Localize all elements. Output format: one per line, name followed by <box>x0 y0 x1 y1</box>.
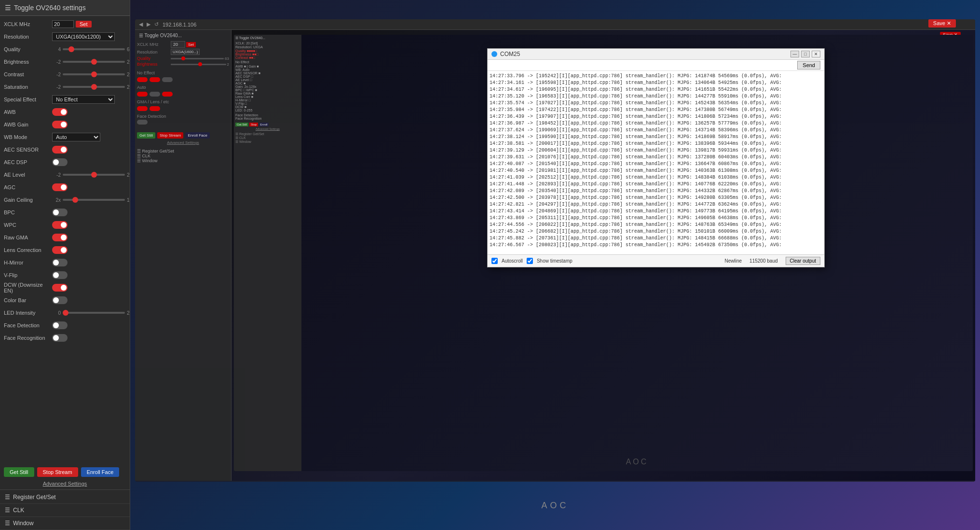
nav-back-icon[interactable]: ◀ <box>139 21 143 28</box>
ae-level-max: 2 <box>127 172 130 178</box>
resolution-control: UXGA(1600x1200) SXGA(1280x1024) HD(1280x… <box>52 32 126 41</box>
awb-control <box>52 108 126 116</box>
dcw-label: DCW (Downsize EN) <box>4 282 52 293</box>
wb-mode-select[interactable]: Auto Sunny Cloudy <box>52 133 100 141</box>
serial-line: 14:27:37.624 -> [199069][I][app_httpd.cp… <box>490 127 822 134</box>
saturation-slider-container: -2 2 <box>52 84 130 90</box>
lens-correction-toggle[interactable] <box>52 246 68 254</box>
face-detection-toggle[interactable] <box>52 321 68 329</box>
colorbar-toggle[interactable] <box>52 296 68 304</box>
baud-label: 115200 baud <box>749 258 777 264</box>
send-button[interactable]: Send <box>797 61 820 70</box>
agc-toggle[interactable] <box>52 183 68 191</box>
contrast-slider[interactable] <box>63 73 125 75</box>
autoscroll-checkbox[interactable] <box>491 258 498 264</box>
xclk-input[interactable] <box>52 20 74 28</box>
face-recognition-control <box>52 334 126 342</box>
action-buttons: Get Still Stop Stream Enroll Face <box>0 463 130 479</box>
xclk-set-button[interactable]: Set <box>76 21 92 28</box>
serial-line: 14:27:35.574 -> [197027][I][app_httpd.cp… <box>490 100 822 107</box>
serial-content[interactable]: 14:27:33.796 -> [195242][I][app_httpd.cp… <box>488 71 824 254</box>
refresh-icon[interactable]: ↺ <box>154 21 159 28</box>
serial-line: 14:27:42.821 -> [204297][I][app_httpd.cp… <box>490 201 822 208</box>
content-area: ◀ ▶ ↺ 192.168.1.106 ☰ Toggle OV2640... X… <box>130 0 980 530</box>
menu-icon: ☰ <box>5 4 11 12</box>
agc-row: AGC <box>4 182 126 193</box>
xclk-control: Set <box>52 20 126 28</box>
clear-output-button[interactable]: Clear output <box>786 257 820 265</box>
aec-sensor-label: AEC SENSOR <box>4 147 52 153</box>
face-recognition-label: Face Recognition <box>4 335 52 341</box>
awb-gain-row: AWB Gain <box>4 119 126 130</box>
quality-label: Quality <box>4 46 52 52</box>
ae-level-slider[interactable] <box>63 174 125 176</box>
wpc-row: WPC <box>4 220 126 230</box>
vflip-control <box>52 271 126 279</box>
led-intensity-max: 255 <box>127 310 130 316</box>
save-button[interactable]: Save ✕ <box>928 19 956 28</box>
dcw-toggle[interactable] <box>52 284 68 292</box>
led-intensity-slider[interactable] <box>63 312 125 314</box>
minimize-button[interactable]: — <box>790 51 799 57</box>
close-button[interactable]: ✕ <box>812 51 820 57</box>
face-recognition-toggle[interactable] <box>52 334 68 342</box>
led-intensity-row: LED Intensity 0 255 <box>4 307 126 318</box>
awb-toggle[interactable] <box>52 108 68 116</box>
send-area: Send <box>488 60 824 71</box>
brightness-slider[interactable] <box>63 61 125 63</box>
quality-row: Quality 4 63 <box>4 44 126 55</box>
contrast-row: Contrast -2 2 <box>4 69 126 80</box>
sidebar-item-clk[interactable]: ☰ CLK <box>0 504 130 517</box>
special-effect-select[interactable]: No Effect Negative Grayscale Red Tint <box>52 95 115 104</box>
get-still-button[interactable]: Get Still <box>4 467 34 477</box>
brightness-slider-container: -2 2 <box>52 59 130 65</box>
aec-dsp-toggle[interactable] <box>52 158 68 166</box>
advanced-settings-link[interactable]: Advanced Settings <box>0 479 130 488</box>
wpc-toggle[interactable] <box>52 221 68 229</box>
serial-title-text: COM25 <box>500 51 520 57</box>
sidebar-item-register[interactable]: ☰ Register Get/Set <box>0 491 130 504</box>
resolution-label: Resolution <box>4 34 52 40</box>
contrast-label: Contrast <box>4 71 52 77</box>
serial-title: COM25 <box>491 51 520 57</box>
menu-icon-window: ☰ <box>5 520 10 527</box>
vflip-toggle[interactable] <box>52 271 68 279</box>
nav-forward-icon[interactable]: ▶ <box>147 21 150 28</box>
menu-icon-register: ☰ <box>5 494 10 501</box>
contrast-slider-container: -2 2 <box>52 72 130 77</box>
saturation-max: 2 <box>127 84 130 90</box>
agc-control <box>52 183 126 191</box>
hmirror-toggle[interactable] <box>52 259 68 266</box>
saturation-min: -2 <box>52 84 61 90</box>
bpc-label: BPC <box>4 209 52 215</box>
dcw-row: DCW (Downsize EN) <box>4 282 126 293</box>
serial-line: 14:27:41.448 -> [202893][I][app_httpd.cp… <box>490 181 822 188</box>
colorbar-control <box>52 296 126 304</box>
gain-ceiling-slider[interactable] <box>63 199 125 201</box>
wpc-label: WPC <box>4 222 52 228</box>
saturation-slider[interactable] <box>63 86 125 88</box>
raw-gma-toggle[interactable] <box>52 234 68 241</box>
serial-line: 14:27:42.089 -> [203540][I][app_httpd.cp… <box>490 188 822 195</box>
maximize-button[interactable]: □ <box>801 51 810 57</box>
xclk-label: XCLK MHz <box>4 21 52 27</box>
ae-level-row: AE Level -2 2 <box>4 169 126 180</box>
serial-line: 14:27:40.540 -> [201981][I][app_httpd.cp… <box>490 167 822 174</box>
ae-level-min: -2 <box>52 172 61 178</box>
awb-gain-toggle[interactable] <box>52 121 68 128</box>
bpc-toggle[interactable] <box>52 209 68 216</box>
quality-slider[interactable] <box>63 48 125 50</box>
brightness-row: Brightness -2 2 <box>4 56 126 67</box>
show-timestamp-checkbox[interactable] <box>527 258 533 264</box>
serial-line: 14:27:45.882 -> [207361][I][app_httpd.cp… <box>490 235 822 242</box>
stop-stream-button[interactable]: Stop Stream <box>37 467 78 477</box>
raw-gma-row: Raw GMA <box>4 232 126 243</box>
serial-line: 14:27:43.414 -> [204869][I][app_httpd.cp… <box>490 208 822 215</box>
resolution-select[interactable]: UXGA(1600x1200) SXGA(1280x1024) HD(1280x… <box>52 32 115 41</box>
sidebar-item-window[interactable]: ☰ Window <box>0 517 130 530</box>
aec-sensor-toggle[interactable] <box>52 146 68 153</box>
serial-line: 14:27:45.242 -> [206682][I][app_httpd.cp… <box>490 228 822 235</box>
xclk-row: XCLK MHz Set <box>4 19 126 29</box>
main-container: ☰ Toggle OV2640 settings XCLK MHz Set Re… <box>0 0 980 530</box>
enroll-face-button[interactable]: Enroll Face <box>81 467 120 477</box>
